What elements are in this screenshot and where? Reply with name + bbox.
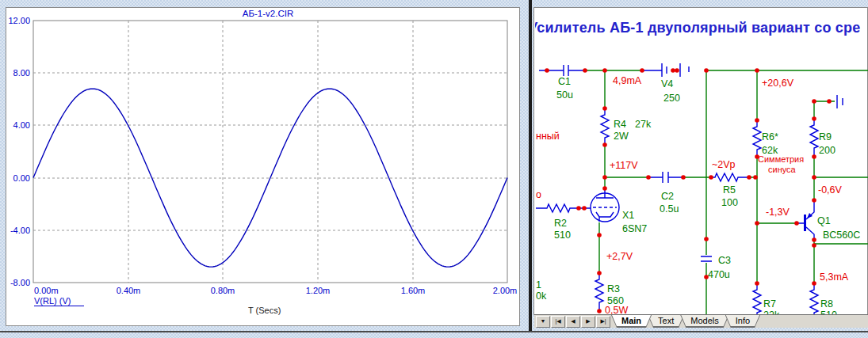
tab-label: Main bbox=[612, 315, 651, 326]
schematic-title: Усилитель АБ-1 двуполярный вариант со ср… bbox=[535, 20, 860, 36]
schematic-label-annotation[interactable]: 0,5W bbox=[605, 305, 628, 314]
schematic-label-annotation[interactable]: +20,6V bbox=[762, 78, 794, 89]
schematic-label-value[interactable]: 200 bbox=[819, 145, 835, 156]
schematic-label-annotation[interactable]: 5,3mA bbox=[820, 272, 849, 283]
transistor-Q1 bbox=[797, 200, 814, 238]
resistor-R9 bbox=[810, 119, 818, 157]
microcap-workspace: { "left_window": { "title": "АБ-1-v2.CIR… bbox=[0, 0, 868, 338]
x-tick-label: 1.20m bbox=[306, 286, 331, 295]
schematic-label-designator[interactable]: R6* bbox=[762, 131, 778, 142]
schematic-label-value[interactable]: 470u bbox=[708, 269, 730, 280]
resistor-R6 bbox=[753, 120, 761, 157]
y-tick-label: -8.00 bbox=[10, 278, 30, 287]
last-tab-icon[interactable]: ▶| bbox=[596, 316, 610, 328]
schematic-canvas[interactable]: C150u4,9mAV4250R427k2W+117V+20,6VнныйR6*… bbox=[534, 8, 868, 314]
schematic-label-value[interactable]: BC560C bbox=[823, 230, 860, 241]
capacitor-C3 bbox=[701, 256, 712, 261]
y-tick-label: 12.00 bbox=[8, 16, 30, 25]
tab-strip: MainTextModelsInfo bbox=[615, 315, 760, 328]
schematic-label-annotation[interactable]: -1,3V bbox=[766, 207, 790, 218]
tube-X1 bbox=[591, 188, 619, 222]
schematic-label-designator[interactable]: X1 bbox=[622, 210, 634, 221]
schematic-label-designator[interactable]: R5 bbox=[723, 184, 736, 196]
resistor-R3 bbox=[595, 273, 603, 311]
schematic-label-value[interactable]: 250 bbox=[663, 93, 680, 104]
schematic-label-annotation[interactable]: -0,6V bbox=[818, 184, 843, 196]
schematic-labels[interactable]: C150u4,9mAV4250R427k2W+117V+20,6VнныйR6*… bbox=[536, 75, 860, 314]
tab-text[interactable]: Text bbox=[648, 315, 684, 328]
schematic-tabbar: ▼|◀◀▶▶| MainTextModelsInfo bbox=[534, 314, 868, 328]
schematic-label-designator[interactable]: R9 bbox=[819, 131, 832, 142]
window-separator bbox=[529, 0, 532, 332]
schematic-label-annotation[interactable]: ~2Vp bbox=[712, 159, 736, 170]
schematic-label-annotation[interactable]: +2,7V bbox=[606, 251, 633, 262]
plot-title: АБ-1-v2.CIR bbox=[243, 9, 293, 18]
schematic-label-designator-clipped[interactable]: 1 bbox=[536, 279, 541, 291]
resistor-R8 bbox=[810, 283, 818, 314]
plot-gridlines bbox=[33, 21, 507, 283]
schematic-title-clip: Усилитель АБ-1 двуполярный вариант со ср… bbox=[535, 20, 868, 39]
resistor-R4 bbox=[601, 108, 609, 145]
x-tick-label: 0.00m bbox=[34, 286, 59, 295]
schematic-label-value[interactable]: 510 bbox=[554, 230, 571, 241]
schematic-label-value[interactable]: 100 bbox=[721, 197, 738, 208]
window-bottom-edge bbox=[0, 331, 868, 332]
y-tick-label: -4.00 bbox=[10, 226, 30, 235]
schematic-label-value[interactable]: 0.5u bbox=[660, 203, 679, 215]
x-tick-label: 1.60m bbox=[401, 286, 426, 295]
schematic-label-annotation[interactable]: 4,9mA bbox=[613, 75, 642, 86]
tab-main[interactable]: Main bbox=[611, 315, 652, 328]
schematic-label-designator[interactable]: C3 bbox=[718, 255, 731, 266]
x-tick-label: 0.40m bbox=[117, 286, 141, 295]
battery-V4 bbox=[642, 63, 689, 77]
x-tick-label: 0.80m bbox=[211, 286, 235, 295]
resistor-R7 bbox=[753, 283, 761, 314]
y-tick-label: 0.00 bbox=[13, 173, 30, 183]
schematic-label-designator[interactable]: R7 bbox=[763, 298, 776, 310]
waveform-trace[interactable] bbox=[33, 89, 507, 267]
schematic-label-designator[interactable]: C1 bbox=[558, 76, 571, 87]
tab-list-dropdown-icon[interactable]: ▼ bbox=[536, 316, 550, 328]
schematic-label-value-clipped[interactable]: 0k bbox=[536, 291, 547, 302]
tab-label: Text bbox=[648, 315, 683, 326]
first-tab-icon[interactable]: |◀ bbox=[551, 316, 565, 328]
next-tab-icon[interactable]: ▶ bbox=[581, 316, 595, 328]
schematic-label-value[interactable]: 6SN7 bbox=[622, 223, 647, 234]
schematic-label-designator[interactable]: R3 bbox=[607, 283, 620, 294]
y-tick-label: 4.00 bbox=[13, 120, 30, 130]
tab-nav-buttons: ▼|◀◀▶▶| bbox=[534, 315, 612, 328]
schematic-label-annotation-clipped[interactable]: нный bbox=[536, 131, 560, 142]
trace-legend[interactable]: V(RL) (V) bbox=[34, 296, 71, 306]
schematic-components[interactable] bbox=[536, 63, 843, 314]
schematic-label-designator[interactable]: Q1 bbox=[817, 215, 831, 226]
axis-tick-labels: 12.008.004.000.00-4.00-8.000.00m0.40m0.8… bbox=[8, 16, 517, 295]
schematic-label-designator[interactable]: V4 bbox=[661, 78, 673, 89]
schematic-label-value[interactable]: 50u bbox=[556, 89, 573, 101]
x-axis-label: T (Secs) bbox=[248, 306, 281, 315]
battery-top-right bbox=[837, 95, 843, 108]
schematic-label-annotation[interactable]: синуса bbox=[768, 165, 797, 174]
tab-models[interactable]: Models bbox=[680, 315, 728, 328]
schematic-label-designator[interactable]: R2 bbox=[554, 218, 567, 229]
prev-tab-icon[interactable]: ◀ bbox=[566, 316, 580, 328]
tab-info[interactable]: Info bbox=[725, 315, 760, 328]
schematic-label-annotation[interactable]: Симметрия bbox=[758, 154, 804, 164]
schematic-label-designator[interactable]: C2 bbox=[661, 191, 674, 202]
x-tick-label: 2.00m bbox=[493, 286, 518, 295]
y-tick-label: 8.00 bbox=[13, 68, 30, 78]
waveform-plot[interactable]: АБ-1-v2.CIR 12.008.004.000.00-4.00-8.000… bbox=[6, 8, 519, 325]
tab-label: Info bbox=[726, 315, 759, 326]
schematic-label-value[interactable]: 27k bbox=[635, 119, 652, 130]
capacitor-C2 bbox=[650, 172, 682, 183]
node-dots bbox=[545, 68, 832, 313]
schematic-label-annotation[interactable]: +117V bbox=[610, 160, 638, 171]
schematic-label-designator[interactable]: R4 bbox=[614, 119, 626, 130]
resistor-R5 bbox=[711, 173, 749, 181]
schematic-label-annotation-clipped[interactable]: о bbox=[536, 189, 541, 200]
schematic-label-value[interactable]: 2W bbox=[614, 131, 629, 142]
tab-label: Models bbox=[681, 315, 728, 326]
schematic-label-designator[interactable]: R8 bbox=[820, 298, 833, 310]
plot-frame bbox=[33, 21, 507, 283]
